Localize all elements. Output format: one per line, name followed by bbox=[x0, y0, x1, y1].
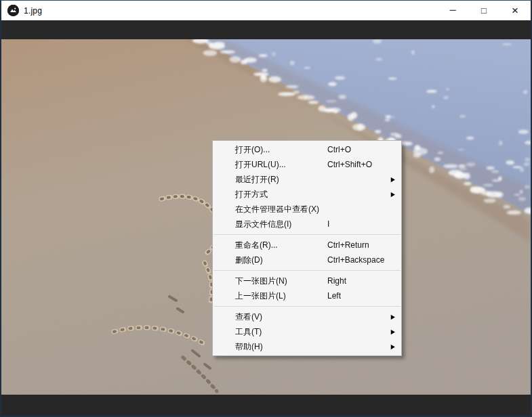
menu-item-label: 下一张图片(N) bbox=[235, 276, 287, 287]
menu-item-shortcut: Ctrl+Backspace bbox=[327, 255, 384, 265]
close-button[interactable]: × bbox=[499, 1, 531, 20]
window-controls: ─ □ × bbox=[437, 1, 531, 20]
context-menu: 打开(O)...Ctrl+O打开URL(U)...Ctrl+Shift+O最近打… bbox=[212, 140, 402, 356]
titlebar[interactable]: 1.jpg ─ □ × bbox=[1, 1, 531, 20]
image-viewer-window: 1.jpg ─ □ × bbox=[0, 0, 532, 417]
minimize-button[interactable]: ─ bbox=[437, 1, 468, 20]
menu-item[interactable]: 查看(V)▶ bbox=[213, 309, 401, 324]
menu-item-shortcut: Ctrl+Return bbox=[327, 240, 369, 250]
menu-item[interactable]: 下一张图片(N)Right bbox=[213, 273, 401, 288]
top-toolbar-strip bbox=[1, 20, 531, 39]
menu-item-label: 打开方式 bbox=[235, 189, 268, 200]
menu-item[interactable]: 帮助(H)▶ bbox=[213, 339, 401, 354]
submenu-arrow-icon: ▶ bbox=[391, 191, 395, 198]
menu-item[interactable]: 工具(T)▶ bbox=[213, 324, 401, 339]
mountain-photo-glyph bbox=[7, 5, 19, 16]
menu-separator bbox=[213, 306, 401, 307]
submenu-arrow-icon: ▶ bbox=[391, 328, 395, 335]
menu-item-label: 查看(V) bbox=[235, 311, 262, 323]
menu-item[interactable]: 显示文件信息(I)I bbox=[213, 217, 401, 232]
app-logo-icon[interactable] bbox=[7, 5, 19, 16]
close-icon: × bbox=[512, 5, 518, 16]
menu-item-shortcut: Ctrl+Shift+O bbox=[327, 160, 372, 169]
menu-separator bbox=[213, 234, 401, 235]
menu-item[interactable]: 删除(D)Ctrl+Backspace bbox=[213, 253, 401, 267]
maximize-icon: □ bbox=[481, 6, 487, 15]
menu-item[interactable]: 重命名(R)...Ctrl+Return bbox=[213, 238, 401, 253]
menu-item-label: 显示文件信息(I) bbox=[235, 219, 291, 230]
menu-item-label: 打开URL(U)... bbox=[235, 159, 286, 171]
menu-item-shortcut: Left bbox=[327, 291, 341, 301]
menu-item[interactable]: 打开(O)...Ctrl+O bbox=[213, 142, 401, 157]
menu-item[interactable]: 最近打开(R)▶ bbox=[213, 172, 401, 187]
menu-item-label: 删除(D) bbox=[235, 255, 263, 266]
menu-item-shortcut: Right bbox=[327, 276, 346, 286]
menu-item-shortcut: I bbox=[327, 219, 329, 229]
bottom-toolbar-strip bbox=[1, 395, 531, 416]
submenu-arrow-icon: ▶ bbox=[391, 313, 395, 320]
menu-item[interactable]: 在文件管理器中查看(X) bbox=[213, 202, 401, 217]
menu-item-label: 上一张图片(L) bbox=[235, 290, 286, 302]
submenu-arrow-icon: ▶ bbox=[391, 176, 395, 183]
image-viewport[interactable]: 打开(O)...Ctrl+O打开URL(U)...Ctrl+Shift+O最近打… bbox=[1, 39, 531, 395]
minimize-icon: ─ bbox=[449, 5, 455, 14]
menu-item-label: 帮助(H) bbox=[235, 341, 263, 353]
menu-item-label: 最近打开(R) bbox=[235, 174, 279, 185]
menu-item-label: 在文件管理器中查看(X) bbox=[235, 204, 319, 215]
menu-item-label: 打开(O)... bbox=[235, 144, 270, 156]
menu-item[interactable]: 打开URL(U)...Ctrl+Shift+O bbox=[213, 157, 401, 172]
menu-item[interactable]: 上一张图片(L)Left bbox=[213, 288, 401, 303]
menu-item-shortcut: Ctrl+O bbox=[327, 145, 351, 154]
menu-item[interactable]: 打开方式▶ bbox=[213, 187, 401, 202]
menu-item-label: 重命名(R)... bbox=[235, 240, 278, 251]
maximize-button[interactable]: □ bbox=[468, 1, 499, 20]
submenu-arrow-icon: ▶ bbox=[391, 343, 395, 350]
menu-item-label: 工具(T) bbox=[235, 326, 262, 338]
menu-separator bbox=[213, 270, 401, 271]
window-title: 1.jpg bbox=[24, 6, 42, 16]
